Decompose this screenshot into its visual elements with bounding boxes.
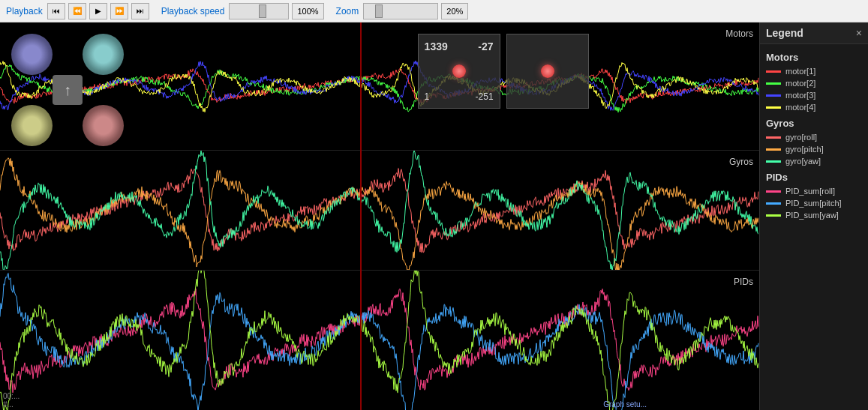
- status-line2: #...: [3, 400, 20, 409]
- legend-item-gyroyaw[interactable]: gyro[yaw]: [760, 155, 868, 167]
- legend-item-label: gyro[pitch]: [785, 145, 824, 154]
- legend-item-motor3[interactable]: motor[3]: [760, 89, 868, 101]
- legend-item-label: motor[2]: [785, 79, 815, 88]
- playhead: [360, 22, 362, 410]
- playback-label: Playback: [6, 6, 43, 16]
- bottom-status: 00:... #...: [0, 391, 23, 410]
- viz-panel[interactable]: Motors ↑ 1339 -27 1 -251: [0, 22, 759, 410]
- prev-frame-button[interactable]: ⏪: [68, 3, 86, 19]
- playback-section: Playback ⏮ ⏪ ▶ ⏩ ⏭: [6, 3, 149, 19]
- zoom-section: Zoom 20%: [336, 3, 469, 19]
- legend-item-label: motor[3]: [785, 91, 815, 100]
- legend-title: Legend: [766, 27, 803, 39]
- zoom-label: Zoom: [336, 6, 359, 16]
- gyros-canvas: [0, 151, 759, 270]
- motor-tr: [83, 34, 124, 75]
- legend-item-label: motor[1]: [785, 67, 815, 76]
- motor-box-1: 1339 -27 1 -251: [418, 34, 500, 109]
- legend-group-pids: PIDs: [760, 167, 868, 185]
- zoom-slider-container: 20%: [363, 3, 468, 19]
- toolbar: Playback ⏮ ⏪ ▶ ⏩ ⏭ Playback speed 100% Z…: [0, 0, 868, 22]
- pids-section: PIDs: [0, 270, 759, 410]
- playback-speed-section: Playback speed 100%: [161, 3, 324, 19]
- legend-item-label: PID_sum[roll]: [785, 187, 835, 196]
- legend-item-label: PID_sum[pitch]: [785, 199, 842, 208]
- legend-item-label: gyro[yaw]: [785, 157, 821, 166]
- motors-section: Motors ↑ 1339 -27 1 -251: [0, 22, 759, 150]
- status-line1: 00:...: [3, 392, 20, 400]
- motor-dot-2: [541, 64, 554, 78]
- speed-slider[interactable]: [229, 3, 289, 19]
- motor-tl: [11, 34, 53, 75]
- legend-color-swatch: [766, 94, 781, 97]
- legend-color-swatch: [766, 70, 781, 73]
- legend-item-label: PID_sum[yaw]: [785, 211, 839, 220]
- legend-color-swatch: [766, 106, 781, 109]
- legend-close-button[interactable]: ×: [856, 27, 862, 39]
- legend-panel: Legend × Motorsmotor[1]motor[2]motor[3]m…: [759, 22, 868, 410]
- motor-box-1-top: 1339: [425, 40, 448, 52]
- graph-setup-link[interactable]: Graph setu...: [603, 400, 647, 409]
- skip-start-button[interactable]: ⏮: [47, 3, 65, 19]
- legend-item-PID_sumpitch[interactable]: PID_sum[pitch]: [760, 197, 868, 209]
- legend-item-gyropitch[interactable]: gyro[pitch]: [760, 143, 868, 155]
- motor-box-1-bottom2: -251: [476, 91, 494, 102]
- zoom-slider[interactable]: [363, 3, 438, 19]
- gyros-section: Gyros: [0, 150, 759, 270]
- legend-color-swatch: [766, 214, 781, 217]
- motor-br: [83, 105, 124, 146]
- legend-color-swatch: [766, 160, 781, 163]
- legend-color-swatch: [766, 190, 781, 193]
- pids-canvas: [0, 271, 759, 410]
- legend-color-swatch: [766, 136, 781, 139]
- motor-box-1-bottom: 1: [425, 91, 430, 102]
- playback-controls: ⏮ ⏪ ▶ ⏩ ⏭: [47, 3, 149, 19]
- legend-item-label: gyro[roll]: [785, 133, 817, 142]
- legend-item-motor1[interactable]: motor[1]: [760, 65, 868, 77]
- motor-bl: [11, 105, 53, 146]
- legend-color-swatch: [766, 148, 781, 151]
- zoom-value: 20%: [441, 3, 468, 19]
- skip-end-button[interactable]: ⏭: [131, 3, 149, 19]
- legend-header: Legend ×: [760, 22, 868, 44]
- legend-color-swatch: [766, 82, 781, 85]
- main-area: Motors ↑ 1339 -27 1 -251: [0, 22, 868, 410]
- speed-slider-container: 100%: [229, 3, 323, 19]
- drone-view: ↑: [8, 30, 128, 150]
- playback-speed-label: Playback speed: [161, 6, 225, 16]
- motor-box-1-side: -27: [478, 40, 493, 52]
- legend-item-label: motor[4]: [785, 103, 815, 112]
- speed-value: 100%: [292, 3, 323, 19]
- drone-arrow-icon: ↑: [64, 82, 71, 99]
- legend-item-PID_sumyaw[interactable]: PID_sum[yaw]: [760, 209, 868, 221]
- legend-color-swatch: [766, 202, 781, 205]
- legend-group-gyros: Gyros: [760, 113, 868, 131]
- drone-body: ↑: [53, 75, 83, 105]
- motor-dot-1: [452, 64, 466, 78]
- legend-item-gyroroll[interactable]: gyro[roll]: [760, 131, 868, 143]
- motor-box-2: [506, 34, 589, 109]
- legend-item-PID_sumroll[interactable]: PID_sum[roll]: [760, 185, 868, 197]
- play-button[interactable]: ▶: [89, 3, 107, 19]
- legend-scroll: Motorsmotor[1]motor[2]motor[3]motor[4]Gy…: [760, 44, 868, 224]
- motor-display: 1339 -27 1 -251: [418, 34, 589, 109]
- legend-item-motor2[interactable]: motor[2]: [760, 77, 868, 89]
- legend-item-motor4[interactable]: motor[4]: [760, 101, 868, 113]
- legend-group-motors: Motors: [760, 47, 868, 65]
- next-frame-button[interactable]: ⏩: [110, 3, 128, 19]
